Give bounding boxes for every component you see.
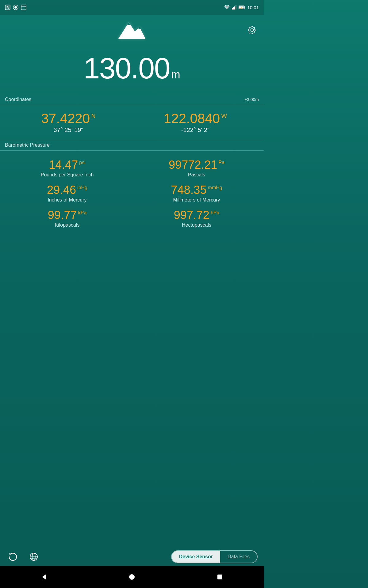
status-bar: A ⚡ 10:01 [0,0,264,15]
pressure-item: 29.46 inHg Inches of Mercury [2,181,132,206]
svg-text:A: A [6,6,9,9]
battery-icon: ⚡ [239,6,245,9]
refresh-icon [8,552,18,562]
altitude-unit: m [171,68,180,81]
latitude-item: 37.4220 N 37° 25' 19" [5,111,132,134]
altitude-display: 130.00 m [0,45,264,94]
longitude-item: 122.0840 W -122° 5' 2" [132,111,259,134]
gear-icon [247,25,257,35]
svg-rect-9 [234,6,235,9]
svg-text:⚡: ⚡ [240,6,243,9]
altitude-value: 130.00 [83,51,170,85]
coordinates-values: 37.4220 N 37° 25' 19" 122.0840 W -122° 5… [0,105,264,140]
coordinates-row: 37.4220 N 37° 25' 19" 122.0840 W -122° 5… [0,110,264,137]
app-icon-c [21,5,26,10]
recents-button[interactable] [213,570,227,584]
latitude-decimal: 37.4220 N [41,111,96,126]
data-files-tab[interactable]: Data Files [220,551,257,563]
settings-button[interactable] [247,24,258,36]
svg-marker-15 [118,22,146,39]
recents-icon [216,573,224,581]
svg-marker-16 [127,22,130,25]
coordinates-section-header: Coordinates ±3.00m [0,94,264,105]
longitude-dms: -122° 5' 2" [181,126,209,134]
bottom-nav: Device Sensor Data Files [0,550,264,564]
status-bar-right: ⚡ 10:01 [224,5,259,10]
app-bar [0,15,264,45]
app-logo [117,19,147,41]
globe-icon [29,552,39,562]
refresh-button[interactable] [6,550,20,564]
svg-point-3 [14,6,17,9]
system-nav [0,566,264,588]
back-button[interactable] [36,570,51,584]
wifi-icon [224,5,230,9]
longitude-decimal: 122.0840 W [164,111,227,126]
status-bar-left-icons: A [5,5,26,10]
pressure-section-header: Barometric Pressure [0,140,264,151]
tab-switcher: Device Sensor Data Files [171,550,258,563]
status-time: 10:01 [247,5,259,10]
svg-rect-12 [245,7,245,8]
back-icon [40,573,48,581]
svg-rect-26 [217,575,222,579]
device-sensor-tab[interactable]: Device Sensor [172,551,220,563]
globe-button[interactable] [27,550,40,564]
signal-icon [232,5,237,9]
svg-rect-10 [236,5,236,9]
pressure-section: Barometric Pressure 14.47 psi Pounds per… [0,140,264,236]
bottom-nav-icons [6,550,40,564]
pressure-item: 99.77 kPa Kilopascals [2,206,132,231]
pressure-item: 99772.21 Pa Pascals [132,156,261,181]
home-button[interactable] [125,570,139,584]
svg-point-6 [227,9,227,9]
coordinates-accuracy: ±3.00m [244,97,259,102]
pressure-grid: 14.47 psi Pounds per Square Inch 99772.2… [0,153,264,233]
svg-rect-7 [232,8,233,9]
app-icon-a: A [5,5,10,10]
svg-marker-24 [42,575,46,579]
latitude-dms: 37° 25' 19" [54,126,83,134]
pressure-values: 14.47 psi Pounds per Square Inch 99772.2… [0,151,264,236]
pressure-item: 997.72 hPa Hectopascals [132,206,261,231]
pressure-item: 14.47 psi Pounds per Square Inch [2,156,132,181]
svg-point-25 [129,574,135,580]
coordinates-label: Coordinates [5,97,31,102]
coordinates-section: Coordinates ±3.00m 37.4220 N 37° 25' 19"… [0,94,264,140]
home-icon [128,573,136,581]
mountain-logo-icon [117,19,147,41]
pressure-item: 748.35 mmHg Milimeters of Mercury [132,181,261,206]
app-icon-b [13,5,18,10]
svg-rect-4 [21,5,26,10]
svg-rect-8 [233,7,234,9]
pressure-label: Barometric Pressure [5,142,50,148]
